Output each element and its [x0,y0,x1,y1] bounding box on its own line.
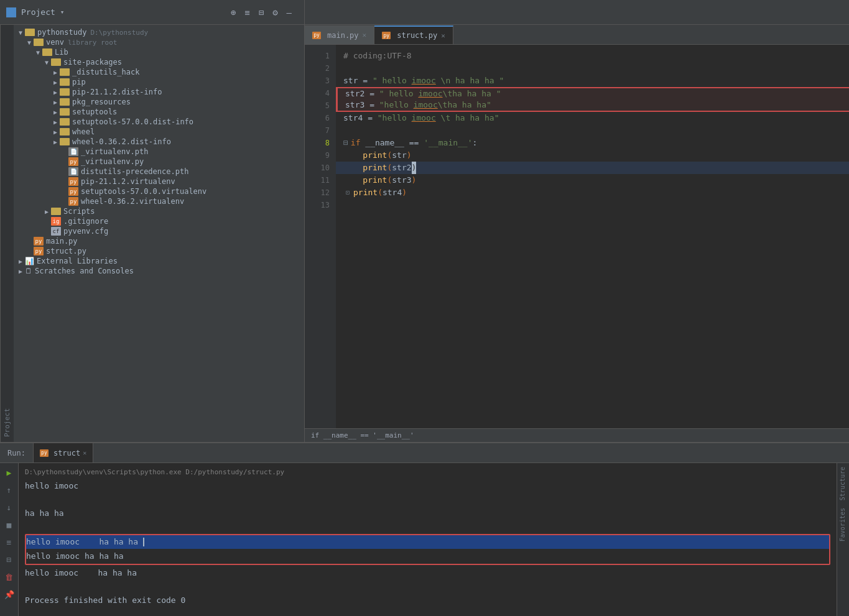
tab-label-active: struct.py [397,31,437,40]
ln-3: 3 [305,75,336,87]
run-down-icon[interactable]: ↓ [2,500,16,514]
code-text: " hello imooc\tha ha ha " [379,88,501,100]
folder-icon [25,29,35,36]
tree-label: wheel-0.36.2.virtualenv [81,197,184,206]
tree-item-wheel[interactable]: ▶ wheel [14,127,304,137]
file-icon-gitignore: ig [51,217,61,226]
project-title[interactable]: Project [21,7,55,17]
tree-item-pythonstudy[interactable]: ▼ pythonstudy D:\pythonstudy [14,27,304,37]
tree-item-virtualenv-pth[interactable]: 📄 _virtualenv.pth [14,147,304,157]
code-line-2 [336,62,849,75]
tab-close-main[interactable]: ✕ [363,31,367,39]
tree-item-pyvenv-cfg[interactable]: cf pyvenv.cfg [14,226,304,236]
run-stop-icon[interactable]: ■ [2,518,16,531]
tree-item-site-packages[interactable]: ▼ site-packages [14,57,304,67]
tree-item-venv[interactable]: ▼ venv library root [14,37,304,47]
code-text: str3 [345,99,364,111]
tree-label: Scripts [63,207,95,216]
code-text: = [364,99,379,111]
tree-item-distutils-pth[interactable]: 📄 distutils-precedence.pth [14,167,304,177]
code-text: ) [402,186,407,199]
project-dropdown-arrow[interactable]: ▾ [60,8,65,16]
tree-item-scratches[interactable]: ▶ 🗒 Scratches and Consoles [14,266,304,276]
code-text: "hello imooc \t ha ha ha" [378,112,499,124]
run-up-icon[interactable]: ↑ [2,483,16,497]
run-pin-icon[interactable]: 📌 [2,587,16,601]
tree-item-struct-py[interactable]: py struct.py [14,246,304,256]
tree-item-setuptools[interactable]: ▶ setuptools [14,107,304,117]
code-line-9: print ( str ) [336,149,849,162]
run-play-icon[interactable]: ▶ [2,466,16,479]
tab-close-struct[interactable]: ✕ [441,32,445,40]
tree-item-gitignore[interactable]: ig .gitignore [14,216,304,226]
tree-item-setuptools-dist[interactable]: ▶ setuptools-57.0.0.dist-info [14,117,304,127]
tree-label: distutils-precedence.pth [81,167,188,176]
tree-item-scripts[interactable]: ▶ Scripts [14,206,304,216]
run-tab-close[interactable]: ✕ [83,449,86,456]
folder-icon [60,98,70,106]
status-text: if __name__ == '__main__' [311,431,414,439]
tree-item-lib[interactable]: ▼ Lib [14,47,304,57]
tree-label: Lib [55,48,68,57]
code-text: ( [387,149,392,162]
tree-item-main-py[interactable]: py main.py [14,236,304,246]
structure-label[interactable]: Structure [837,463,849,504]
tree-item-wheel-virtualenv[interactable]: py wheel-0.36.2.virtualenv [14,196,304,206]
tree-subtitle: D:\pythonstudy [90,29,148,37]
run-delete-icon[interactable]: 🗑 [2,570,16,584]
folder-icon [51,58,61,66]
tree-item-external-libs[interactable]: ▶ 📊 External Libraries [14,256,304,266]
code-content[interactable]: # coding:UTF-8 str = " hello imooc \n ha… [336,45,849,428]
code-text: " hello imooc \n ha ha ha " [373,75,504,87]
settings-icon[interactable]: ⚙ [272,7,277,17]
tree-item-pip-dist[interactable]: ▶ pip-21.1.2.dist-info [14,87,304,97]
compass-icon[interactable]: ⊕ [231,7,236,17]
indent [343,149,363,162]
expand-arrow: ▶ [51,137,60,146]
tree-item-setuptools-virtualenv[interactable]: py setuptools-57.0.0.virtualenv [14,186,304,196]
expand-arrow: ▶ [16,257,25,265]
folder-icon [60,68,70,76]
run-tab-bar: Run: py struct ✕ [0,443,849,463]
code-text: ( [378,186,383,199]
run-tab-struct[interactable]: py struct ✕ [33,443,93,462]
code-line-3: str = " hello imooc \n ha ha ha " [336,75,849,87]
expand-arrow: ▼ [42,58,51,67]
expand-arrow: ▶ [51,127,60,136]
code-text: str4 [383,186,402,199]
folder-icon [60,78,70,86]
file-icon-py: py [68,157,78,166]
run-lines2-icon[interactable]: ⊟ [2,553,16,566]
code-text: = [363,112,377,124]
run-output[interactable]: D:\pythonstudy\venv\Scripts\python.exe D… [19,463,837,616]
expand-arrow: ▶ [51,117,60,126]
tree-label: venv [46,38,64,47]
tree-item-virtualenv-py[interactable]: py _virtualenv.py [14,157,304,167]
tree-item-pip-virtualenv[interactable]: py pip-21.1.2.virtualenv [14,177,304,186]
minimize-icon[interactable]: — [287,7,292,17]
tree-label: pyvenv.cfg [63,227,108,236]
tree-item-pip[interactable]: ▶ pip [14,77,304,87]
tab-label: main.py [327,31,359,40]
code-line-6: str4 = "hello imooc \t ha ha ha" [336,112,849,124]
favorites-label[interactable]: Favorites [837,504,849,545]
tree-item-distutils-hack[interactable]: ▶ _distutils_hack [14,67,304,77]
project-folder-icon [6,7,16,17]
code-text: # coding:UTF-8 [343,50,412,62]
code-text: : [473,137,478,149]
folder-icon [34,39,44,46]
expand-arrow: ▼ [16,28,25,37]
tree-item-pkg-resources[interactable]: ▶ pkg_resources [14,97,304,107]
tree-item-wheel-dist[interactable]: ▶ wheel-0.36.2.dist-info [14,137,304,147]
tab-main-py[interactable]: py main.py ✕ [305,25,374,44]
filter-icon[interactable]: ⊟ [259,7,264,17]
run-lines-icon[interactable]: ≡ [2,535,16,549]
expand-arrow: ▶ [51,88,60,96]
file-tree: ▼ pythonstudy D:\pythonstudy ▼ venv libr… [14,25,304,442]
expand-arrow: ▶ [51,108,60,116]
code-editor[interactable]: 1 2 3 4 5 6 7 8 9 10 11 12 13 # cod [305,45,849,428]
line-numbers: 1 2 3 4 5 6 7 8 9 10 11 12 13 [305,45,336,428]
tab-struct-py[interactable]: py struct.py ✕ [374,25,453,44]
tree-label: pip [72,78,86,86]
align-icon[interactable]: ≡ [244,7,249,17]
